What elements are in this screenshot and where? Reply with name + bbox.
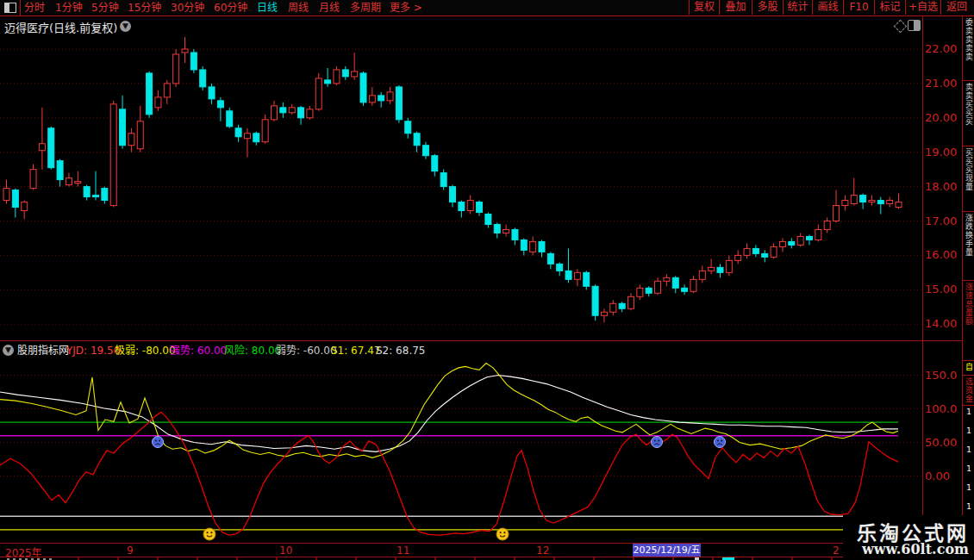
price-tick-18.00: 18.00 [925, 182, 961, 192]
indicator-tick-50.00: 50.00 [925, 438, 961, 448]
month-label-12: 12 [536, 544, 549, 557]
strip-segment-1: 卖卖买买买 [963, 81, 974, 146]
time-axis: 2025年 91011122 2025/12/19/五 [0, 544, 974, 557]
indicator-header-item-1: YJD: 19.50 [66, 343, 120, 358]
smile-face-icon [496, 528, 509, 540]
price-tick-19.00: 19.00 [925, 147, 961, 158]
strip-segment-3: 涨跌换手量 [963, 212, 974, 281]
indicator-header-item-0: 股朋指标网 [17, 343, 69, 358]
cursor-date-label: 2025/12/19/五 [633, 544, 701, 557]
indicator-tick-100.0: 100.0 [925, 404, 961, 414]
watermark-url: www.60lt.com [862, 541, 969, 557]
strip-segment-5: 自 [963, 361, 974, 376]
strip-segment-6: 选资金 [963, 376, 974, 406]
month-label-10: 10 [279, 544, 292, 557]
indicator-header-item-6: S1: 67.47 [331, 343, 380, 358]
strip-segment-4: 涨速总量额 [963, 281, 974, 361]
strip-segment-0: 委卖卖卖卖 [963, 16, 974, 81]
quote-panel-strip[interactable]: 委卖卖卖卖卖卖买买买买买买现量涨跌换手量涨速总量额自选资金1 1 1 1 1 1… [962, 16, 974, 560]
sad-face-icon [715, 437, 726, 448]
strip-segment-7: 1 1 1 1 1 1 1 1 [963, 406, 974, 520]
watermark: 乐淘公式网 www.60lt.com [843, 515, 974, 560]
app-window: 分时1分钟5分钟15分钟30分钟60分钟日线周线月线多周期更多 > 复权叠加多股… [0, 0, 974, 560]
indicator-header-item-5: 弱势: -60.00 [276, 343, 337, 358]
price-tick-15.00: 15.00 [925, 284, 961, 295]
sad-face-icon [153, 437, 164, 448]
indicator-header-item-2: 极弱: -80.00 [115, 343, 176, 358]
smile-face-icon [203, 528, 215, 540]
price-tick-20.00: 20.00 [925, 113, 961, 123]
indicator-header-item-3: 强势: 60.00 [170, 343, 227, 358]
price-tick-21.00: 21.00 [925, 78, 961, 89]
price-tick-16.00: 16.00 [925, 250, 961, 260]
indicator-tick-0.00: 0.00 [925, 471, 961, 482]
price-tick-14.00: 14.00 [925, 319, 961, 329]
month-label-9: 9 [127, 544, 134, 557]
indicator-header-item-4: 风险: 80.00 [224, 343, 281, 358]
chart-canvas [0, 0, 974, 560]
indicator-header: 股朋指标网YJD: 19.50极弱: -80.00强势: 60.00风险: 80… [0, 343, 914, 358]
indicator-tick-150.0: 150.0 [925, 370, 961, 381]
strip-segment-2: 买买买现量 [963, 146, 974, 212]
month-label-11: 11 [396, 544, 409, 557]
indicator-header-item-7: S2: 68.75 [376, 343, 425, 358]
sad-face-icon [652, 437, 663, 448]
price-tick-22.00: 22.00 [925, 44, 961, 54]
month-label-2: 2 [833, 544, 840, 557]
price-tick-17.00: 17.00 [925, 216, 961, 227]
